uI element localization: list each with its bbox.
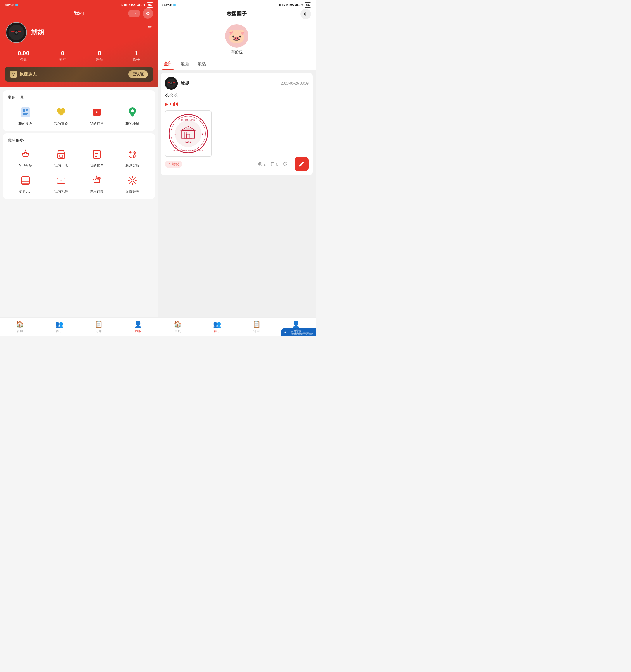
tool-address-label: 我的地址 — [125, 121, 140, 126]
svg-text:1958: 1958 — [185, 140, 191, 143]
right-bottom-nav: 🏠 首页 👥 圈子 📋 订单 👤 我的 撸 白撸资源 白撸及垃圾分享避坑指南 — [158, 317, 316, 336]
university-seal-svg: 1958 泉州师范学院 QUANZHOU NORMAL UNIVERSITY ★… — [168, 113, 209, 154]
vip-title: 跑腿达人 — [19, 72, 37, 77]
comment-icon — [270, 162, 275, 166]
service-coupon[interactable]: ¥ 我的礼券 — [43, 174, 79, 194]
tools-grid: 我的发布 我的喜欢 ¥ 我的打赏 — [7, 105, 150, 126]
comment-count[interactable]: 0 — [270, 162, 278, 166]
right-nav-bar: 校园圈子 ··· — [158, 9, 316, 21]
service-support-icon — [126, 148, 139, 161]
svg-point-1 — [148, 13, 149, 14]
tab-latest[interactable]: 最新 — [179, 58, 191, 70]
service-orders-icon — [90, 148, 103, 161]
left-signal-up: ⬆ — [143, 3, 146, 7]
left-nav-bar: 我的 ··· — [0, 9, 158, 19]
tool-publish[interactable]: 我的发布 — [19, 105, 32, 126]
stat-circle[interactable]: 1 圈子 — [133, 50, 140, 62]
stat-balance[interactable]: 0.00 余额 — [18, 50, 29, 62]
right-dots-button[interactable]: ··· — [293, 11, 298, 17]
post-text: 么么么 — [165, 93, 309, 98]
service-orders[interactable]: 我的接单 — [79, 148, 115, 168]
post-tag[interactable]: 车船税 — [165, 161, 182, 168]
svg-rect-12 — [26, 109, 28, 110]
tool-address-icon — [125, 105, 140, 119]
stat-fans-label: 粉丝 — [96, 57, 103, 62]
left-nav-home[interactable]: 🏠 首页 — [0, 320, 40, 333]
watermark-logo: 撸 — [284, 329, 289, 335]
svg-rect-25 — [22, 177, 29, 184]
right-order-label: 订单 — [253, 329, 260, 333]
svg-point-35 — [131, 179, 134, 182]
left-panel: 08:50 6.00 KB/S 4G ⬆ 84 我的 ··· — [0, 0, 158, 336]
svg-rect-8 — [21, 107, 29, 117]
tools-title: 常用工具 — [7, 95, 150, 100]
service-subscribe[interactable]: ★ 消息订阅 — [79, 174, 115, 194]
left-nav-circle[interactable]: 👥 圈子 — [40, 320, 79, 333]
tool-likes[interactable]: 我的喜欢 — [54, 105, 68, 126]
username-label: 就胡 — [31, 28, 44, 37]
left-network: 6.00 KB/S — [121, 3, 136, 7]
service-subscribe-icon: ★ — [90, 174, 103, 187]
post-author-avatar[interactable] — [165, 77, 178, 90]
svg-text:QUANZHOU NORMAL UNIVERSITY: QUANZHOU NORMAL UNIVERSITY — [174, 149, 203, 151]
left-status-left: 08:50 — [5, 3, 18, 7]
post-footer: 车船税 2 0 — [165, 157, 309, 171]
svg-text:¥: ¥ — [96, 110, 98, 114]
stat-following[interactable]: 0 关注 — [59, 50, 66, 62]
service-settings[interactable]: 设置管理 — [115, 174, 150, 194]
stat-fans[interactable]: 0 粉丝 — [96, 50, 103, 62]
tool-reward-label: 我的打赏 — [90, 121, 104, 126]
right-status-bar: 08:50 0.07 KB/S 4G ⬆ 84 — [158, 0, 316, 9]
service-hall[interactable]: 接单大厅 — [7, 174, 43, 194]
left-time: 08:50 — [5, 3, 14, 7]
compose-button[interactable] — [295, 157, 309, 171]
tool-reward[interactable]: ¥ 我的打赏 — [90, 105, 104, 126]
right-nav-actions: ··· — [293, 9, 311, 19]
svg-point-42 — [170, 82, 172, 84]
right-scan-button[interactable] — [300, 9, 311, 19]
tab-hot[interactable]: 最热 — [196, 58, 207, 70]
left-scan-button[interactable] — [143, 8, 153, 19]
left-nav-order[interactable]: 📋 订单 — [79, 320, 118, 333]
tool-publish-icon — [19, 105, 32, 119]
edit-profile-icon[interactable]: ✏ — [148, 24, 152, 30]
left-nav-title: 我的 — [74, 10, 84, 17]
stat-following-label: 关注 — [59, 57, 66, 62]
service-shop[interactable]: 我的小店 — [43, 148, 79, 168]
profile-section: 就胡 ✏ — [0, 19, 158, 48]
services-title: 我的服务 — [7, 138, 150, 143]
stat-circle-value: 1 — [135, 50, 138, 57]
right-home-label: 首页 — [175, 329, 181, 333]
left-dots-button[interactable]: ··· — [128, 10, 140, 17]
services-card: 我的服务 VIP会员 我的 — [3, 133, 155, 199]
watermark: 撸 白撸资源 白撸及垃圾分享避坑指南 — [281, 329, 316, 336]
svg-text:撸: 撸 — [284, 331, 286, 334]
service-support[interactable]: 联系客服 — [115, 148, 150, 168]
left-battery: 84 — [147, 2, 153, 7]
avatar-image — [6, 23, 26, 42]
right-panel: 08:50 0.07 KB/S 4G ⬆ 84 校园圈子 ··· — [158, 0, 316, 336]
tool-address[interactable]: 我的地址 — [125, 105, 140, 126]
vip-badge: V — [10, 71, 17, 78]
right-nav-home[interactable]: 🏠 首页 — [158, 320, 197, 333]
vip-bar[interactable]: V 跑腿达人 已认证 — [5, 67, 153, 81]
circle-avatar-emoji: 🐷 — [228, 28, 246, 44]
tool-likes-icon — [54, 105, 68, 119]
service-vip-icon — [19, 148, 32, 161]
svg-rect-18 — [60, 155, 62, 157]
service-vip[interactable]: VIP会员 — [7, 148, 43, 168]
svg-rect-17 — [57, 153, 65, 159]
right-nav-circle[interactable]: 👥 圈子 — [197, 320, 237, 333]
left-nav-mine[interactable]: 👤 我的 — [118, 320, 158, 333]
post-header: 就胡 2023-05-26 08:09 — [165, 77, 309, 90]
circle-avatar[interactable]: 🐷 — [225, 24, 248, 48]
right-nav-order[interactable]: 📋 订单 — [237, 320, 276, 333]
svg-text:¥: ¥ — [60, 179, 62, 183]
svg-text:泉州师范学院: 泉州师范学院 — [181, 119, 195, 121]
service-shop-icon — [55, 148, 68, 161]
tool-likes-label: 我的喜欢 — [54, 121, 68, 126]
like-btn[interactable] — [283, 162, 287, 166]
tab-all[interactable]: 全部 — [162, 58, 174, 70]
svg-point-24 — [133, 157, 134, 158]
user-avatar[interactable] — [6, 22, 27, 43]
